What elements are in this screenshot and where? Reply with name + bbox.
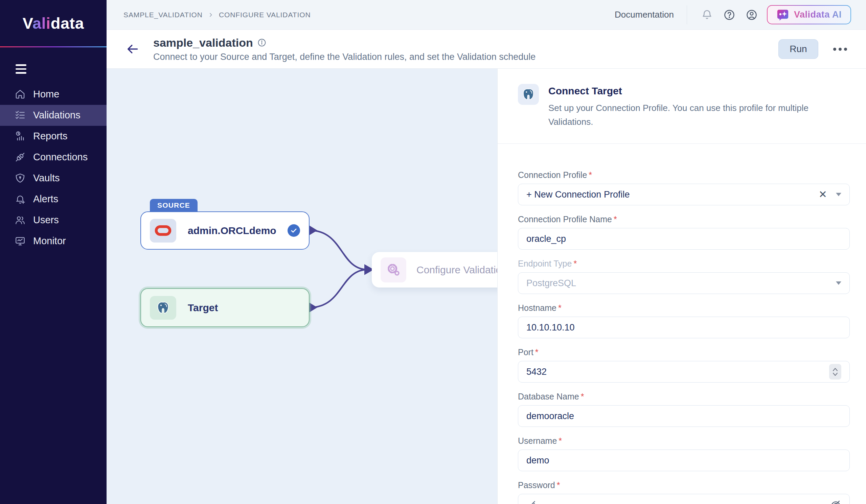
- chevron-down-icon: [836, 281, 841, 285]
- username-input[interactable]: [526, 455, 841, 466]
- chevron-down-icon[interactable]: [836, 193, 841, 196]
- eye-off-icon[interactable]: [830, 499, 841, 504]
- field-connection-profile: Connection Profile* + New Connection Pro…: [518, 170, 850, 205]
- topbar: SAMPLE_VALIDATION CONFIGURE VALIDATION D…: [107, 0, 866, 30]
- target-node-label: Target: [188, 302, 218, 314]
- sidebar-item-label: Connections: [33, 152, 88, 163]
- help-icon[interactable]: [722, 8, 736, 22]
- connection-profile-name-input[interactable]: [526, 234, 841, 244]
- sidebar-item-validations[interactable]: Validations: [0, 105, 107, 126]
- back-arrow-button[interactable]: [125, 42, 141, 56]
- database-name-input[interactable]: [526, 411, 841, 422]
- sidebar-item-vaults[interactable]: Vaults: [0, 168, 107, 189]
- field-username: Username*: [518, 436, 850, 471]
- sidebar-item-label: Vaults: [33, 172, 59, 184]
- source-node-label: admin.ORCLdemo: [188, 225, 276, 236]
- flow-canvas[interactable]: SOURCE admin.ORCLdemo Target: [107, 69, 497, 504]
- field-label: Port: [518, 347, 533, 357]
- clear-selection-icon[interactable]: ✕: [819, 189, 827, 200]
- validata-ai-label: Validata AI: [794, 10, 842, 20]
- breadcrumb: SAMPLE_VALIDATION CONFIGURE VALIDATION: [123, 11, 311, 19]
- field-port: Port*: [518, 347, 850, 383]
- plug-icon: [15, 152, 25, 163]
- panel-title: Connect Target: [548, 85, 829, 97]
- ai-chat-sparkle-icon: [776, 9, 789, 21]
- required-marker: *: [589, 170, 592, 180]
- breadcrumb-chevron-icon: [208, 12, 213, 18]
- connection-profile-value: + New Connection Profile: [526, 189, 819, 200]
- notifications-bell-icon[interactable]: [700, 8, 714, 22]
- source-node[interactable]: admin.ORCLdemo: [141, 211, 310, 250]
- sidebar-nav: Home Validations Reports Connections Vau…: [0, 84, 107, 252]
- panel-header: Connect Target Set up your Connection Pr…: [498, 69, 866, 144]
- required-marker: *: [614, 214, 617, 224]
- sidebar-item-label: Reports: [33, 131, 68, 142]
- key-icon: [526, 500, 536, 504]
- info-icon[interactable]: [257, 38, 266, 47]
- configure-validation-node[interactable]: Configure Validation: [372, 252, 497, 288]
- sidebar-item-label: Validations: [33, 110, 80, 121]
- check-badge-icon: [288, 224, 300, 237]
- field-label: Username: [518, 436, 557, 446]
- brand-logo: Validata: [0, 0, 107, 47]
- required-marker: *: [574, 259, 577, 268]
- field-label: Endpoint Type: [518, 259, 572, 268]
- run-button[interactable]: Run: [778, 39, 818, 59]
- logo-part-data: data: [51, 14, 84, 32]
- sidebar-item-home[interactable]: Home: [0, 84, 107, 105]
- bell-plus-icon: [15, 194, 25, 204]
- sidebar-item-users[interactable]: Users: [0, 210, 107, 231]
- connection-profile-select[interactable]: + New Connection Profile ✕: [518, 184, 850, 205]
- field-password: Password*: [518, 480, 850, 504]
- users-icon: [15, 215, 25, 225]
- sidebar-item-label: Alerts: [33, 193, 58, 205]
- sidebar-item-connections[interactable]: Connections: [0, 147, 107, 168]
- sidebar-item-label: Home: [33, 89, 59, 100]
- oracle-icon: [150, 219, 176, 243]
- required-marker: *: [581, 392, 584, 401]
- logo-part-ali: ali: [32, 14, 51, 32]
- documentation-link[interactable]: Documentation: [615, 10, 674, 20]
- sidebar-item-monitor[interactable]: Monitor: [0, 231, 107, 252]
- postgresql-icon: [518, 84, 539, 105]
- field-label: Hostname: [518, 303, 556, 313]
- more-options-button[interactable]: [833, 48, 847, 51]
- content: SOURCE admin.ORCLdemo Target: [107, 69, 866, 504]
- gear-icon: [380, 257, 406, 282]
- panel-subtitle: Set up your Connection Profile. You can …: [548, 101, 829, 129]
- required-marker: *: [535, 347, 539, 357]
- hostname-input[interactable]: [526, 322, 841, 333]
- hamburger-menu-icon[interactable]: [15, 64, 26, 74]
- field-label: Connection Profile Name: [518, 214, 612, 224]
- required-marker: *: [558, 303, 562, 313]
- sidebar-item-label: Monitor: [33, 235, 66, 247]
- field-database-name: Database Name*: [518, 392, 850, 427]
- field-label: Database Name: [518, 392, 579, 401]
- field-label: Connection Profile: [518, 170, 587, 180]
- validata-ai-button[interactable]: Validata AI: [767, 5, 851, 24]
- endpoint-type-select: PostgreSQL: [518, 272, 850, 294]
- breadcrumb-item-current: CONFIGURE VALIDATION: [219, 11, 311, 19]
- logo-part-v: V: [23, 14, 32, 32]
- breadcrumb-item[interactable]: SAMPLE_VALIDATION: [123, 11, 203, 19]
- page-title: sample_validation: [153, 36, 253, 49]
- connection-form: Connection Profile* + New Connection Pro…: [498, 144, 866, 504]
- account-icon[interactable]: [745, 8, 759, 22]
- field-endpoint-type: Endpoint Type* PostgreSQL: [518, 259, 850, 294]
- connect-target-panel: Connect Target Set up your Connection Pr…: [497, 69, 866, 504]
- number-stepper[interactable]: [829, 364, 841, 380]
- sidebar-item-label: Users: [33, 214, 59, 226]
- password-input[interactable]: [543, 500, 830, 504]
- port-input[interactable]: [526, 367, 829, 377]
- monitor-icon: [15, 236, 25, 246]
- sidebar-item-alerts[interactable]: Alerts: [0, 189, 107, 210]
- sidebar-item-reports[interactable]: Reports: [0, 126, 107, 147]
- target-node[interactable]: Target: [141, 288, 310, 327]
- field-hostname: Hostname*: [518, 303, 850, 338]
- field-connection-profile-name: Connection Profile Name*: [518, 214, 850, 250]
- sidebar: Validata Home Validations Reports Connec…: [0, 0, 107, 504]
- reports-icon: [15, 131, 25, 142]
- required-marker: *: [558, 436, 562, 446]
- home-icon: [15, 89, 25, 99]
- postgresql-icon: [150, 296, 176, 320]
